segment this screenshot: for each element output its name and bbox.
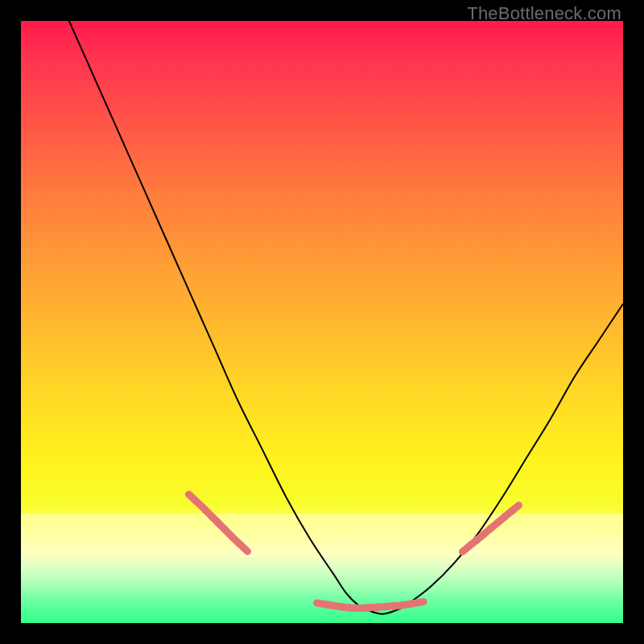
chart-background-gradient	[21, 21, 623, 623]
chart-frame	[21, 21, 623, 623]
